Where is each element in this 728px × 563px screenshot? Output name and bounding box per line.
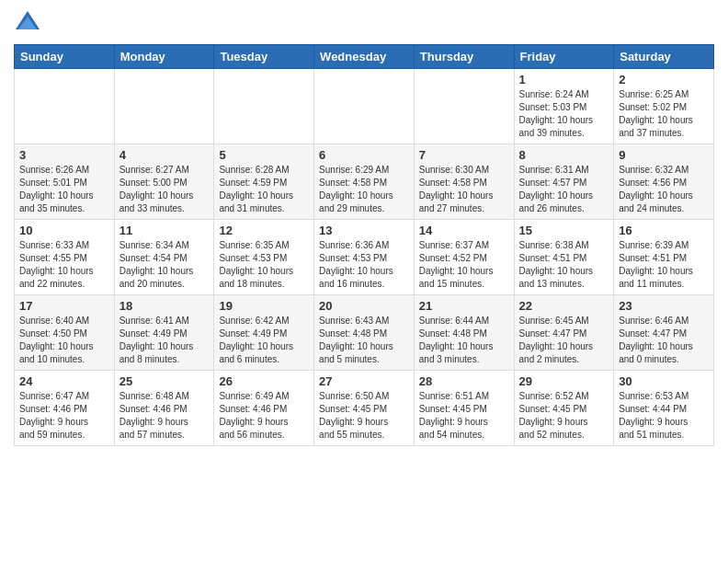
day-info: Sunrise: 6:25 AM Sunset: 5:02 PM Dayligh… bbox=[619, 88, 709, 140]
day-number: 12 bbox=[219, 224, 309, 237]
day-info: Sunrise: 6:37 AM Sunset: 4:52 PM Dayligh… bbox=[419, 239, 509, 291]
calendar-header-monday: Monday bbox=[114, 45, 214, 69]
day-info: Sunrise: 6:34 AM Sunset: 4:54 PM Dayligh… bbox=[119, 239, 210, 291]
day-info: Sunrise: 6:42 AM Sunset: 4:49 PM Dayligh… bbox=[219, 315, 309, 366]
day-number: 5 bbox=[219, 148, 309, 162]
calendar-cell: 6Sunrise: 6:29 AM Sunset: 4:58 PM Daylig… bbox=[314, 144, 415, 220]
calendar-cell bbox=[414, 69, 514, 144]
calendar-week-3: 10Sunrise: 6:33 AM Sunset: 4:55 PM Dayli… bbox=[15, 220, 714, 295]
calendar-week-5: 24Sunrise: 6:47 AM Sunset: 4:46 PM Dayli… bbox=[15, 371, 714, 446]
day-number: 8 bbox=[519, 148, 609, 162]
day-info: Sunrise: 6:30 AM Sunset: 4:58 PM Dayligh… bbox=[419, 164, 509, 215]
calendar-header-sunday: Sunday bbox=[15, 45, 115, 69]
calendar-cell: 15Sunrise: 6:38 AM Sunset: 4:51 PM Dayli… bbox=[514, 220, 614, 295]
day-number: 7 bbox=[419, 148, 509, 162]
calendar-cell: 23Sunrise: 6:46 AM Sunset: 4:47 PM Dayli… bbox=[614, 295, 714, 371]
calendar-week-1: 1Sunrise: 6:24 AM Sunset: 5:03 PM Daylig… bbox=[15, 69, 714, 144]
day-info: Sunrise: 6:52 AM Sunset: 4:45 PM Dayligh… bbox=[519, 390, 609, 442]
calendar-cell: 25Sunrise: 6:48 AM Sunset: 4:46 PM Dayli… bbox=[114, 371, 214, 446]
day-number: 22 bbox=[519, 299, 609, 313]
day-number: 18 bbox=[119, 299, 210, 313]
calendar-cell: 3Sunrise: 6:26 AM Sunset: 5:01 PM Daylig… bbox=[15, 144, 115, 220]
day-number: 27 bbox=[319, 374, 409, 388]
calendar-cell: 16Sunrise: 6:39 AM Sunset: 4:51 PM Dayli… bbox=[614, 220, 714, 295]
calendar-cell: 14Sunrise: 6:37 AM Sunset: 4:52 PM Dayli… bbox=[414, 220, 514, 295]
calendar-cell: 12Sunrise: 6:35 AM Sunset: 4:53 PM Dayli… bbox=[214, 220, 314, 295]
day-info: Sunrise: 6:31 AM Sunset: 4:57 PM Dayligh… bbox=[519, 164, 609, 215]
day-info: Sunrise: 6:43 AM Sunset: 4:48 PM Dayligh… bbox=[319, 315, 409, 366]
calendar-cell: 10Sunrise: 6:33 AM Sunset: 4:55 PM Dayli… bbox=[15, 220, 115, 295]
calendar-week-2: 3Sunrise: 6:26 AM Sunset: 5:01 PM Daylig… bbox=[15, 144, 714, 220]
day-number: 26 bbox=[219, 374, 309, 388]
day-number: 24 bbox=[19, 374, 109, 388]
calendar-cell bbox=[314, 69, 415, 144]
day-info: Sunrise: 6:45 AM Sunset: 4:47 PM Dayligh… bbox=[519, 315, 609, 366]
calendar-cell: 5Sunrise: 6:28 AM Sunset: 4:59 PM Daylig… bbox=[214, 144, 314, 220]
day-info: Sunrise: 6:39 AM Sunset: 4:51 PM Dayligh… bbox=[619, 239, 709, 291]
calendar-cell: 21Sunrise: 6:44 AM Sunset: 4:48 PM Dayli… bbox=[414, 295, 514, 371]
calendar-cell: 19Sunrise: 6:42 AM Sunset: 4:49 PM Dayli… bbox=[214, 295, 314, 371]
day-info: Sunrise: 6:26 AM Sunset: 5:01 PM Dayligh… bbox=[19, 164, 109, 215]
calendar-cell: 18Sunrise: 6:41 AM Sunset: 4:49 PM Dayli… bbox=[114, 295, 214, 371]
logo bbox=[14, 9, 45, 37]
calendar-cell: 8Sunrise: 6:31 AM Sunset: 4:57 PM Daylig… bbox=[514, 144, 614, 220]
day-number: 28 bbox=[419, 374, 509, 388]
day-info: Sunrise: 6:49 AM Sunset: 4:46 PM Dayligh… bbox=[219, 390, 309, 442]
calendar-cell: 26Sunrise: 6:49 AM Sunset: 4:46 PM Dayli… bbox=[214, 371, 314, 446]
day-info: Sunrise: 6:51 AM Sunset: 4:45 PM Dayligh… bbox=[419, 390, 509, 442]
calendar-cell: 29Sunrise: 6:52 AM Sunset: 4:45 PM Dayli… bbox=[514, 371, 614, 446]
calendar-cell: 22Sunrise: 6:45 AM Sunset: 4:47 PM Dayli… bbox=[514, 295, 614, 371]
day-info: Sunrise: 6:48 AM Sunset: 4:46 PM Dayligh… bbox=[119, 390, 210, 442]
calendar-cell: 7Sunrise: 6:30 AM Sunset: 4:58 PM Daylig… bbox=[414, 144, 514, 220]
calendar-week-4: 17Sunrise: 6:40 AM Sunset: 4:50 PM Dayli… bbox=[15, 295, 714, 371]
calendar-cell: 2Sunrise: 6:25 AM Sunset: 5:02 PM Daylig… bbox=[614, 69, 714, 144]
calendar: SundayMondayTuesdayWednesdayThursdayFrid… bbox=[14, 44, 714, 446]
day-number: 9 bbox=[619, 148, 709, 162]
calendar-cell: 17Sunrise: 6:40 AM Sunset: 4:50 PM Dayli… bbox=[15, 295, 115, 371]
day-number: 19 bbox=[219, 299, 309, 313]
calendar-header-wednesday: Wednesday bbox=[314, 45, 415, 69]
day-number: 30 bbox=[619, 374, 709, 388]
day-number: 2 bbox=[619, 73, 709, 86]
calendar-cell: 20Sunrise: 6:43 AM Sunset: 4:48 PM Dayli… bbox=[314, 295, 415, 371]
day-info: Sunrise: 6:44 AM Sunset: 4:48 PM Dayligh… bbox=[419, 315, 509, 366]
day-number: 3 bbox=[19, 148, 109, 162]
day-number: 23 bbox=[619, 299, 709, 313]
calendar-cell bbox=[114, 69, 214, 144]
calendar-header-saturday: Saturday bbox=[614, 45, 714, 69]
day-info: Sunrise: 6:27 AM Sunset: 5:00 PM Dayligh… bbox=[119, 164, 210, 215]
day-info: Sunrise: 6:46 AM Sunset: 4:47 PM Dayligh… bbox=[619, 315, 709, 366]
calendar-cell bbox=[214, 69, 314, 144]
day-number: 15 bbox=[519, 224, 609, 237]
day-info: Sunrise: 6:41 AM Sunset: 4:49 PM Dayligh… bbox=[119, 315, 210, 366]
day-number: 17 bbox=[19, 299, 109, 313]
day-info: Sunrise: 6:53 AM Sunset: 4:44 PM Dayligh… bbox=[619, 390, 709, 442]
calendar-cell: 24Sunrise: 6:47 AM Sunset: 4:46 PM Dayli… bbox=[15, 371, 115, 446]
calendar-header-tuesday: Tuesday bbox=[214, 45, 314, 69]
calendar-cell: 1Sunrise: 6:24 AM Sunset: 5:03 PM Daylig… bbox=[514, 69, 614, 144]
page: SundayMondayTuesdayWednesdayThursdayFrid… bbox=[0, 0, 728, 563]
day-info: Sunrise: 6:33 AM Sunset: 4:55 PM Dayligh… bbox=[19, 239, 109, 291]
calendar-cell: 30Sunrise: 6:53 AM Sunset: 4:44 PM Dayli… bbox=[614, 371, 714, 446]
day-info: Sunrise: 6:50 AM Sunset: 4:45 PM Dayligh… bbox=[319, 390, 409, 442]
calendar-header-row: SundayMondayTuesdayWednesdayThursdayFrid… bbox=[15, 45, 714, 69]
day-number: 10 bbox=[19, 224, 109, 237]
day-number: 16 bbox=[619, 224, 709, 237]
logo-icon bbox=[14, 9, 41, 37]
day-number: 1 bbox=[519, 73, 609, 86]
day-number: 29 bbox=[519, 374, 609, 388]
calendar-cell: 4Sunrise: 6:27 AM Sunset: 5:00 PM Daylig… bbox=[114, 144, 214, 220]
day-info: Sunrise: 6:38 AM Sunset: 4:51 PM Dayligh… bbox=[519, 239, 609, 291]
day-number: 14 bbox=[419, 224, 509, 237]
day-info: Sunrise: 6:28 AM Sunset: 4:59 PM Dayligh… bbox=[219, 164, 309, 215]
day-number: 20 bbox=[319, 299, 409, 313]
calendar-cell: 11Sunrise: 6:34 AM Sunset: 4:54 PM Dayli… bbox=[114, 220, 214, 295]
header bbox=[14, 9, 714, 37]
day-number: 6 bbox=[319, 148, 409, 162]
calendar-cell: 9Sunrise: 6:32 AM Sunset: 4:56 PM Daylig… bbox=[614, 144, 714, 220]
day-number: 21 bbox=[419, 299, 509, 313]
calendar-cell: 27Sunrise: 6:50 AM Sunset: 4:45 PM Dayli… bbox=[314, 371, 415, 446]
day-number: 11 bbox=[119, 224, 210, 237]
calendar-cell bbox=[15, 69, 115, 144]
calendar-cell: 28Sunrise: 6:51 AM Sunset: 4:45 PM Dayli… bbox=[414, 371, 514, 446]
